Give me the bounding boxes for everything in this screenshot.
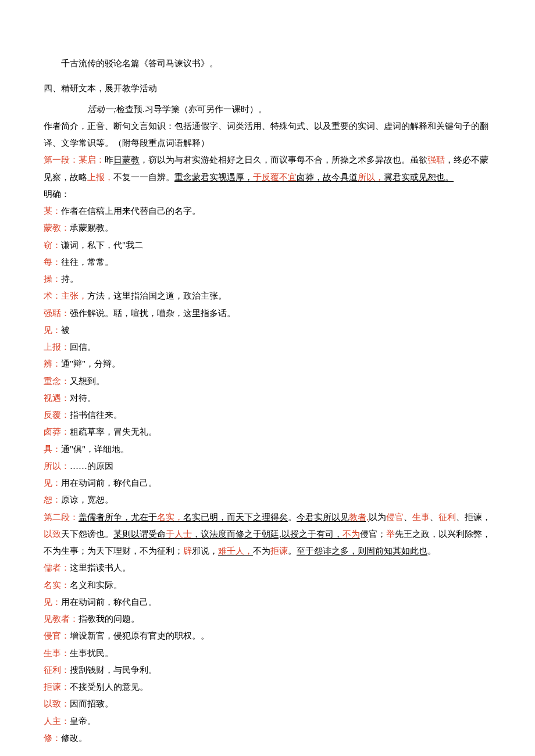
p2-f: 教者,	[349, 513, 369, 522]
gloss-val: 通"俱"，详细地。	[61, 445, 129, 454]
p2-a: 盖儒者所争，尤在于	[79, 513, 157, 522]
p2-t: 不为	[343, 529, 360, 539]
gloss-val: 名义和实际。	[70, 581, 122, 590]
activity-label: 活动一;	[87, 105, 116, 114]
gloss-mingshi: 名实：名义和实际。	[44, 577, 491, 594]
gloss-val: 皇帝。	[70, 716, 96, 726]
p2-o: 天下怨谤也。	[61, 529, 113, 539]
p2-v: 举	[386, 529, 395, 539]
p1-b: 昨	[105, 155, 113, 164]
gloss-key: 操：	[44, 274, 61, 284]
gloss-bian: 辨：通"辩"，分辩。	[44, 356, 491, 372]
gloss-key: 每：	[44, 257, 61, 267]
gloss-val: 用在动词前，称代自己。	[61, 597, 157, 607]
gloss-val: 往往，常常。	[61, 257, 113, 267]
gloss-suoyi: 所以：……的原因	[44, 458, 491, 475]
document-page: 千古流传的驳论名篇《答司马谏议书》。 四、精研文本，展开教学活动 活动一;检查预…	[0, 0, 535, 756]
gloss-val: 方法，这里指治国之道，政治主张。	[87, 291, 227, 300]
p1-label: 第一段：	[44, 155, 79, 164]
gloss-key: 蒙教：	[44, 223, 70, 232]
p2-m: 、拒谏，	[456, 513, 491, 522]
gloss-fanfu: 反覆：指书信往来。	[44, 407, 491, 424]
gloss-val: 搜刮钱财，与民争利。	[70, 665, 157, 675]
p2-h: 侵官	[386, 513, 404, 522]
p2-b: 名实，	[157, 513, 183, 522]
gloss-val: 指书信往来。	[70, 410, 122, 420]
gloss-key: 具：	[44, 445, 61, 454]
gloss-jian2: 见：用在动词前，称代自己。	[44, 475, 491, 492]
gloss-mengjiao: 蒙教：承蒙赐教。	[44, 220, 491, 237]
p2-ad: 至于怨诽之多，则固前知其如此也	[297, 546, 427, 556]
gloss-key: 人主：	[44, 716, 70, 726]
p2-r: ，议法度而修之于朝廷,	[192, 529, 281, 539]
gloss-jujian: 拒谏：不接受别人的意见。	[44, 679, 491, 696]
gloss-key: 强聒：	[44, 309, 70, 318]
gloss-key: 窃：	[44, 241, 61, 250]
p1-c: 日蒙教	[113, 155, 140, 164]
gloss-key: 修：	[44, 733, 61, 743]
intro-line: 千古流传的驳论名篇《答司马谏议书》。	[44, 55, 491, 72]
gloss-xiu: 修：修改。	[44, 730, 491, 747]
p2-ac: 。	[288, 546, 297, 556]
p2-aa: 不为	[253, 546, 270, 556]
gloss-qiangguo: 强聒：强作解说。聒，喧扰，嘈杂，这里指多话。	[44, 305, 491, 322]
gloss-lumang: 卤莽：粗疏草率，冒失无礼。	[44, 424, 491, 440]
gloss-val: 谦词，私下，代"我二	[61, 241, 143, 250]
p2-z: 难壬人，	[218, 546, 253, 556]
gloss-val: 因而招致。	[70, 699, 113, 708]
p1-e: 强聒	[427, 155, 445, 164]
gloss-jianjiao: 见教者：指教我的问题。	[44, 611, 491, 628]
p1-h: 不复一一自辨。	[113, 173, 174, 182]
mingque: 明确：	[44, 186, 491, 203]
gloss-renzhu: 人主：皇帝。	[44, 713, 491, 730]
gloss-val: 又想到。	[70, 377, 105, 386]
gloss-key: 卤莽：	[44, 427, 70, 436]
p2-p: 某则以谓受命	[113, 529, 166, 539]
gloss-key: 见：	[44, 597, 61, 607]
gloss-chongnian: 重念：又想到。	[44, 373, 491, 390]
p2-u: 侵官；	[360, 529, 386, 539]
gloss-key: 恕：	[44, 495, 61, 504]
gloss-cao: 操：持。	[44, 271, 491, 288]
paragraph-2: 第二段：盖儒者所争，尤在于名实，名实已明，而天下之理得矣。今君实所以见教者,以为…	[44, 509, 491, 560]
p2-label: 第二段：	[44, 513, 79, 522]
gloss-qinguan: 侵官：增设新官，侵犯原有官吏的职权。。	[44, 628, 491, 644]
p1-a: 某启：	[79, 155, 105, 164]
gloss-key: 上报：	[44, 342, 70, 352]
p2-c: 名实已明，而天下之理得矣	[183, 513, 288, 522]
p1-d: ，窃以为与君实游处相好之日久，而议事每不合，所操之术多异故也。虽欲	[140, 155, 427, 164]
paragraph-1: 第一段：某启：昨日蒙教，窃以为与君实游处相好之日久，而议事每不合，所操之术多异故…	[44, 152, 491, 186]
gloss-key: 辨：	[44, 359, 61, 368]
p2-d: 。	[288, 513, 297, 522]
activity-line: 活动一;检查预.习导学篥（亦可另作一课时）。	[44, 101, 491, 118]
gloss-val: 对待。	[70, 393, 96, 403]
gloss-val: 强作解说。聒，喧扰，嘈杂，这里指多话。	[70, 309, 236, 318]
gloss-mei: 每：往往，常常。	[44, 254, 491, 271]
gloss-yizhi: 以致：因而招致。	[44, 696, 491, 712]
gloss-val: 原谅，宽恕。	[61, 495, 113, 504]
gloss-val: 通"辩"，分辩。	[61, 359, 120, 368]
gloss-key: 见教者：	[44, 614, 79, 624]
gloss-val: 承蒙赐教。	[70, 223, 113, 232]
p2-n: 以致	[44, 529, 61, 539]
p2-k: 、	[430, 513, 438, 522]
intro-explain: 作者简介，正音、断句文言知识：包括通假字、词类活用、特殊句式、以及重要的实词、虚…	[44, 118, 491, 152]
gloss-val: 不接受别人的意见。	[70, 682, 148, 691]
gloss-key: 术：	[44, 291, 61, 300]
p2-j: 生事	[412, 513, 430, 522]
gloss-val: 被	[61, 325, 70, 335]
p2-e: 今君实所以见	[297, 513, 349, 522]
p1-i: 重念蒙君实视遇厚，	[174, 173, 253, 182]
gloss-key: 所以：	[44, 461, 70, 471]
gloss-jian3: 见：用在动词前，称代自己。	[44, 594, 491, 611]
gloss-key: 见：	[44, 478, 61, 488]
gloss-key: 某：	[44, 206, 61, 216]
gloss-shu2: 恕：原谅，宽恕。	[44, 492, 491, 508]
gloss-key: 以致：	[44, 699, 70, 708]
heading-4: 四、精研文本，展开教学活动	[44, 80, 491, 97]
gloss-shangbao: 上报：回信。	[44, 339, 491, 356]
p1-l: 所以，	[358, 173, 384, 182]
gloss-ruzhe: 儒者：这里指读书人。	[44, 560, 491, 576]
gloss-key: 侵官：	[44, 631, 70, 640]
p2-ae: 。	[427, 546, 436, 556]
